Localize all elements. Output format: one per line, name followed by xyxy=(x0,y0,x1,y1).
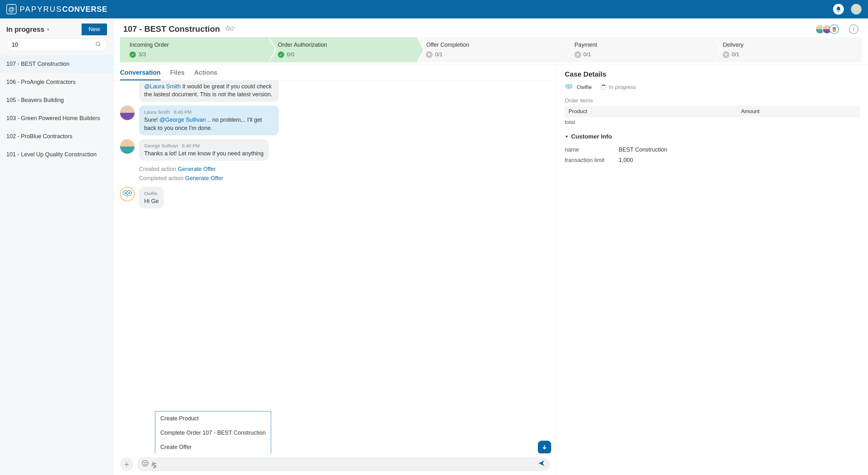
case-title: 107 - BEST Construction xyxy=(123,24,220,34)
filter-label: In progress xyxy=(6,25,44,34)
check-icon: ✓ xyxy=(129,52,136,58)
message-input[interactable]: /c xyxy=(137,457,550,471)
status-text: In progress xyxy=(609,84,636,91)
top-bar: @ PAPYRUSCONVERSE xyxy=(0,0,868,19)
emoji-icon[interactable] xyxy=(142,460,149,469)
svg-line-1 xyxy=(99,45,101,46)
stage-count: 0/1 xyxy=(435,52,442,58)
order-items-header: Product Amount xyxy=(565,106,860,117)
message-bubble: George Sullivan 6:40 PM Thanks a lot! Le… xyxy=(139,139,269,161)
tabs: ConversationFilesActions xyxy=(114,64,556,81)
case-list-item[interactable]: 105 - Beavers Building xyxy=(0,91,113,109)
caret-down-icon: ▼ xyxy=(46,27,50,32)
message-text: Thanks a lot! Let me know if you need an… xyxy=(144,150,264,157)
target-icon xyxy=(426,52,432,58)
tab-actions[interactable]: Actions xyxy=(194,69,217,80)
case-list-item[interactable]: 106 - ProAngle Contractors xyxy=(0,73,113,91)
timestamp: 6:40 PM xyxy=(174,109,191,115)
owlfie-avatar xyxy=(120,187,134,202)
stage-progress: Incoming Order ✓3/3Order Authorization ✓… xyxy=(114,37,868,62)
sidebar: In progress ▼ New 107 - BEST Constructio… xyxy=(0,19,114,475)
search-input[interactable] xyxy=(12,41,95,48)
customer-info-accordion[interactable]: ▼ Customer Info xyxy=(565,133,860,140)
user-avatar xyxy=(120,106,134,120)
notifications-button[interactable] xyxy=(833,4,844,14)
sidebar-filter-dropdown[interactable]: In progress ▼ xyxy=(6,25,50,34)
svg-point-5 xyxy=(128,192,130,194)
svg-point-4 xyxy=(125,192,126,194)
case-list-item[interactable]: 107 - BEST Construction xyxy=(0,55,113,73)
stage-count: 0/1 xyxy=(584,52,591,58)
stage-name: Offer Completion xyxy=(426,41,562,48)
logo-text-1: PAPYRUS xyxy=(20,5,62,13)
stage[interactable]: Incoming Order ✓3/3 xyxy=(120,37,268,62)
stage[interactable]: Offer Completion 0/1 xyxy=(416,37,565,62)
scroll-to-bottom-button[interactable] xyxy=(538,441,551,453)
assignee-name: Owlfie xyxy=(577,84,592,91)
suggestion-item[interactable]: Complete Order 107 - BEST Construction xyxy=(155,426,271,440)
tab-conversation[interactable]: Conversation xyxy=(120,69,161,80)
case-list-item[interactable]: 102 - ProBlue Contractors xyxy=(0,127,113,146)
bell-icon xyxy=(835,6,842,12)
mention[interactable]: @Laura Smith xyxy=(144,83,181,90)
stage-name: Order Authorization xyxy=(278,41,413,48)
tab-files[interactable]: Files xyxy=(170,69,185,80)
message-bubble: Laura Smith 6:40 PM Sure! @George Sulliv… xyxy=(139,106,279,135)
timestamp: 6:40 PM xyxy=(182,143,200,148)
stage[interactable]: Payment 0/1 xyxy=(565,37,713,62)
author: George Sullivan xyxy=(144,143,178,148)
svg-point-8 xyxy=(146,462,146,463)
user-avatar xyxy=(120,139,134,154)
search-input-wrap[interactable] xyxy=(6,38,107,51)
status-chip: In progress xyxy=(601,84,636,91)
stage-name: Delivery xyxy=(723,41,859,48)
pin-icon[interactable] xyxy=(229,26,235,33)
composer: + /c xyxy=(114,453,556,475)
new-case-button[interactable]: New xyxy=(82,24,107,35)
order-items-label: Order items xyxy=(565,97,860,104)
message-text: Hi Ge xyxy=(144,198,159,204)
stage-name: Incoming Order xyxy=(129,41,265,48)
app-logo: @ PAPYRUSCONVERSE xyxy=(6,4,107,14)
svg-point-7 xyxy=(144,462,145,463)
message-bubble: Owlfie Hi Ge xyxy=(139,187,164,208)
current-user-avatar[interactable] xyxy=(851,4,862,14)
action-link[interactable]: Generate Offer xyxy=(178,166,216,172)
stage-count: 0/1 xyxy=(732,52,739,58)
check-icon: ✓ xyxy=(278,52,284,58)
system-event: Completed action Generate Offer xyxy=(139,174,547,183)
message-bubble: @Laura Smith It would be great if you co… xyxy=(139,81,279,102)
case-details-pane: Case Details Owlfie In progress Order it… xyxy=(557,64,868,475)
participants[interactable]: 🦉 xyxy=(818,25,839,34)
target-icon xyxy=(723,52,729,58)
send-button[interactable] xyxy=(538,459,546,469)
svg-point-0 xyxy=(96,41,100,46)
messages-scroll[interactable]: @Laura Smith It would be great if you co… xyxy=(114,81,556,453)
search-icon xyxy=(95,41,102,49)
info-button[interactable]: i xyxy=(849,25,859,34)
svg-point-12 xyxy=(569,86,571,87)
suggestion-item[interactable]: Create Product xyxy=(155,412,271,426)
stage[interactable]: Order Authorization ✓0/0 xyxy=(268,37,416,62)
field-name: name BEST Construction xyxy=(565,145,860,155)
target-icon xyxy=(575,52,581,58)
mention[interactable]: @George Sullivan xyxy=(159,117,206,123)
stage[interactable]: Delivery 0/1 xyxy=(713,37,862,62)
owlfie-icon xyxy=(565,83,574,92)
field-transaction-limit: transaction limit 1,000 xyxy=(565,155,860,166)
author: Laura Smith xyxy=(144,109,170,115)
main-pane: 107 - BEST Construction 🦉 i Incoming Ord… xyxy=(114,19,868,475)
attach-button[interactable]: + xyxy=(120,457,133,471)
participant-avatar-owlfie[interactable]: 🦉 xyxy=(829,25,839,34)
spinner-icon xyxy=(601,85,607,90)
triangle-down-icon: ▼ xyxy=(565,135,568,139)
suggestion-item[interactable]: Create Offer xyxy=(155,440,271,453)
system-event: Created action Generate Offer xyxy=(139,165,547,174)
case-list-item[interactable]: 103 - Green Powered Home Builders xyxy=(0,109,113,127)
stage-name: Payment xyxy=(575,41,710,48)
col-product: Product xyxy=(568,108,741,115)
total-label: total xyxy=(565,119,860,125)
case-list-item[interactable]: 101 - Level Up Quality Construction xyxy=(0,146,113,164)
action-link[interactable]: Generate Offer xyxy=(185,175,223,181)
stage-count: 0/0 xyxy=(287,52,294,58)
